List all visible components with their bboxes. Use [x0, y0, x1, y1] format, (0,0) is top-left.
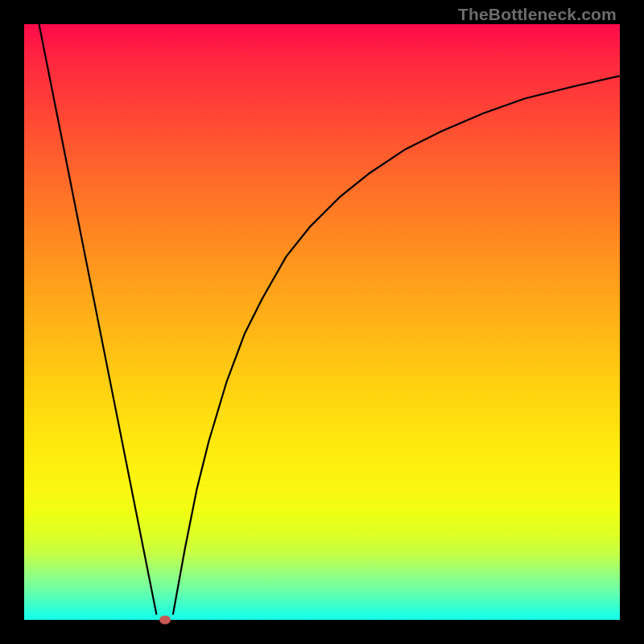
left-descending-line	[39, 24, 157, 614]
plot-area	[24, 24, 620, 620]
curve-layer	[24, 24, 620, 620]
right-ascending-curve	[173, 76, 620, 613]
watermark-text: TheBottleneck.com	[458, 5, 617, 24]
minimum-marker	[159, 616, 171, 625]
chart-frame: TheBottleneck.com	[0, 0, 644, 644]
